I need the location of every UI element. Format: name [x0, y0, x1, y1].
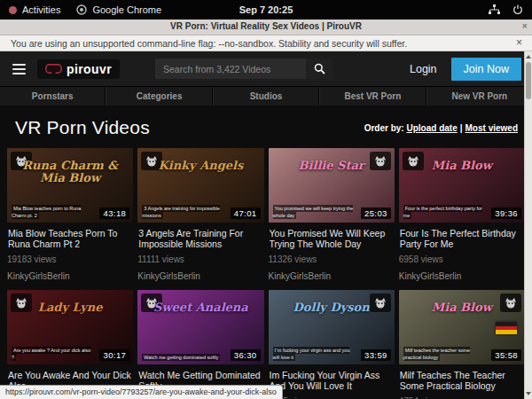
- browser-viewport: pirouvr Login Join Now PornstarsCategori…: [0, 51, 532, 399]
- video-studio-link[interactable]: KinkyGirlsBerlin: [399, 271, 525, 281]
- video-thumbnail[interactable]: Billie Star You promised we will keep tr…: [269, 148, 395, 223]
- page-title: VR Porn Videos: [15, 117, 150, 138]
- site-logo[interactable]: pirouvr: [37, 59, 120, 79]
- nav-item-best-vr-porn[interactable]: Best VR Porn: [319, 87, 426, 106]
- video-thumbnail[interactable]: Kinky Angels 3 Angels are training for i…: [137, 148, 263, 223]
- thumbnail-caption: Four is the perfect birthday party for m…: [403, 205, 484, 220]
- nav-item-pornstars[interactable]: Pornstars: [0, 87, 106, 106]
- sandbox-warning-bar: You are using an unsupported command-lin…: [0, 35, 532, 51]
- network-icon[interactable]: [489, 4, 500, 15]
- video-title-link[interactable]: Four Is The Perfect Birthday Party For M…: [400, 228, 524, 250]
- scrollbar-thumb[interactable]: [526, 62, 531, 99]
- join-now-button[interactable]: Join Now: [451, 58, 521, 81]
- vr-goggles-icon: [45, 64, 62, 74]
- thumbnail-caption: Mia Blow teaches porn to Runa Charm pt. …: [12, 205, 92, 220]
- performer-name-overlay: Sweet Analena: [137, 301, 263, 314]
- video-thumbnail[interactable]: Lady Lyne Are you awake ? And your dick …: [7, 290, 133, 364]
- video-thumbnail[interactable]: Mia Blow Four is the perfect birthday pa…: [399, 148, 525, 223]
- nav-item-new-vr-porn[interactable]: New VR Porn: [426, 87, 532, 106]
- video-thumbnail[interactable]: Mia Blow Milf teaches the teacher some p…: [399, 290, 525, 364]
- order-by-upload-date-link[interactable]: Upload date: [406, 123, 457, 133]
- video-card[interactable]: Lady Lyne Are you awake ? And your dick …: [7, 290, 133, 399]
- video-card[interactable]: Kinky Angels 3 Angels are training for i…: [137, 148, 263, 281]
- video-card[interactable]: Mia Blow Four is the perfect birthday pa…: [399, 148, 525, 281]
- thumbnail-caption: You promised we will keep trying the who…: [273, 205, 354, 220]
- thumbnail-caption: Milf teaches the teacher some practical …: [403, 347, 484, 362]
- order-by-separator: |: [460, 123, 463, 133]
- search-bar: [155, 59, 333, 79]
- video-card[interactable]: Billie Star You promised we will keep tr…: [269, 148, 395, 281]
- german-flag-icon: [496, 322, 517, 334]
- video-grid: Runa Charm & Mia Blow Mia Blow teaches p…: [0, 148, 532, 399]
- video-card[interactable]: Sweet Analena Watch me getting dominated…: [137, 290, 263, 399]
- thumbnail-caption: Are you awake ? And your dick also ?: [12, 347, 92, 362]
- video-views: 6958 views: [399, 254, 525, 264]
- link-preview-status-bar: https://pirouvr.com/vr-porn-video/779325…: [0, 385, 283, 399]
- menu-hamburger-icon[interactable]: [12, 64, 26, 74]
- video-title-link[interactable]: Mia Blow Teaches Porn To Runa Charm Pt 2: [8, 228, 132, 250]
- site-logo-text: pirouvr: [66, 62, 112, 76]
- search-icon: [314, 63, 325, 74]
- performer-name-overlay: Runa Charm & Mia Blow: [7, 160, 133, 185]
- heading-row: VR Porn Videos Order by: Upload date|Mos…: [0, 106, 532, 148]
- thumbnail-caption: Watch me getting dominated softly: [142, 354, 223, 361]
- tab-title[interactable]: VR Porn: Virtual Reality Sex Videos | Pi…: [0, 21, 532, 31]
- main-nav: PornstarsCategoriesStudiosBest VR PornNe…: [0, 86, 532, 106]
- performer-name-overlay: Mia Blow: [399, 301, 525, 314]
- video-thumbnail[interactable]: Sweet Analena Watch me getting dominated…: [137, 290, 263, 364]
- video-studio-link[interactable]: KinkyGirlsBerlin: [137, 271, 263, 281]
- duration-badge: 35:58: [491, 349, 521, 361]
- warning-text: You are using an unsupported command-lin…: [0, 38, 407, 49]
- video-studio-link[interactable]: KinkyGirlsBerlin: [7, 271, 133, 281]
- tab-close-icon[interactable]: ×: [522, 20, 528, 31]
- nav-item-studios[interactable]: Studios: [213, 87, 319, 106]
- clock[interactable]: Sep 7 20:25: [0, 4, 532, 15]
- scrollbar[interactable]: [524, 51, 532, 399]
- browser-tab-bar: VR Porn: Virtual Reality Sex Videos | Pi…: [0, 20, 532, 35]
- gnome-top-bar: Activities Google Chrome Sep 7 20:25: [0, 0, 532, 20]
- nav-item-categories[interactable]: Categories: [106, 87, 212, 106]
- video-studio-link[interactable]: KinkyGirlsBerlin: [269, 271, 395, 281]
- duration-badge: 25:03: [361, 207, 391, 219]
- performer-name-overlay: Mia Blow: [399, 160, 525, 172]
- performer-name-overlay: Billie Star: [269, 160, 395, 172]
- video-card[interactable]: Mia Blow Milf teaches the teacher some p…: [399, 290, 525, 399]
- video-title-link[interactable]: Im Fucking Your Virgin Ass And You Will …: [270, 370, 394, 392]
- warning-close-icon[interactable]: ×: [516, 36, 522, 49]
- duration-badge: 33:59: [361, 349, 391, 361]
- site-header: pirouvr Login Join Now: [0, 51, 532, 86]
- duration-badge: 30:17: [99, 349, 129, 361]
- video-title-link[interactable]: You Promised We Will Keep Trying The Who…: [270, 228, 394, 250]
- duration-badge: 43:18: [99, 207, 129, 219]
- duration-badge: 47:01: [231, 207, 261, 219]
- thumbnail-caption: I`m fucking your virgin ass and you will…: [273, 347, 354, 362]
- video-views: 11111 views: [137, 254, 263, 264]
- performer-name-overlay: Dolly Dyson: [269, 301, 395, 314]
- order-by-most-viewed-link[interactable]: Most viewed: [466, 123, 518, 133]
- video-thumbnail[interactable]: Dolly Dyson I`m fucking your virgin ass …: [269, 290, 395, 364]
- duration-badge: 36:30: [231, 349, 261, 361]
- video-card[interactable]: Runa Charm & Mia Blow Mia Blow teaches p…: [7, 148, 133, 281]
- order-by-label: Order by:: [364, 123, 404, 133]
- video-title-link[interactable]: Milf Teaches The Teacher Some Practical …: [400, 370, 524, 392]
- video-views: 11326 views: [269, 254, 395, 264]
- power-icon[interactable]: [512, 4, 523, 15]
- search-button[interactable]: [306, 59, 333, 79]
- screen: Activities Google Chrome Sep 7 20:25: [0, 0, 532, 399]
- performer-name-overlay: Kinky Angels: [137, 160, 263, 172]
- login-button[interactable]: Login: [410, 63, 437, 75]
- thumbnail-caption: 3 Angels are training for impossible mis…: [142, 205, 223, 220]
- video-title-link[interactable]: 3 Angels Are Training For Impossible Mis…: [138, 228, 262, 250]
- search-input[interactable]: [155, 59, 306, 79]
- video-thumbnail[interactable]: Runa Charm & Mia Blow Mia Blow teaches p…: [7, 148, 133, 223]
- video-card[interactable]: Dolly Dyson I`m fucking your virgin ass …: [269, 290, 395, 399]
- video-views: 19183 views: [7, 254, 133, 264]
- duration-badge: 39:36: [491, 207, 521, 219]
- scroll-up-icon[interactable]: [526, 55, 531, 59]
- performer-name-overlay: Lady Lyne: [7, 301, 133, 314]
- order-by: Order by: Upload date|Most viewed: [364, 123, 518, 133]
- scroll-down-icon[interactable]: [526, 392, 531, 395]
